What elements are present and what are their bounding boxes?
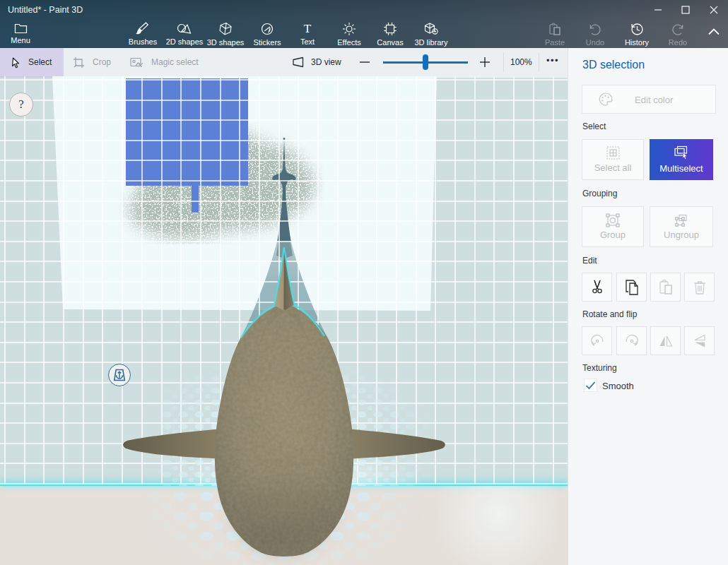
svg-text:T: T (304, 22, 312, 35)
